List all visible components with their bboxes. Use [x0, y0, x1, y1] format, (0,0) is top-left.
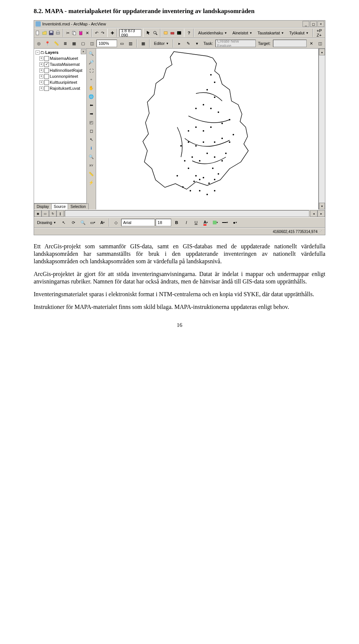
clear-selection-icon[interactable]: ◻ [87, 127, 95, 135]
layer-checkbox[interactable] [44, 68, 49, 73]
toc-item[interactable]: + Luonnonpiirteet [36, 73, 86, 79]
marker-icon[interactable]: 📍 [44, 39, 52, 48]
select-rect-icon[interactable]: ◫ [88, 39, 96, 48]
edit-pointer-icon[interactable]: ▸ [175, 39, 184, 48]
task-select[interactable]: Create New Feature [215, 40, 256, 47]
expand-icon[interactable]: + [39, 56, 43, 61]
fill-color-icon[interactable]: ▾ [211, 218, 220, 227]
layer-icon[interactable]: ≣ [61, 39, 70, 48]
resize-grip-icon[interactable]: ⋰ [317, 230, 323, 234]
goto-xy-icon[interactable]: XY [87, 161, 95, 169]
refresh-icon[interactable]: ↻ [49, 210, 56, 217]
fixed-zoom-out-icon[interactable]: ▫ [87, 75, 95, 83]
select-element-icon[interactable]: ↖ [59, 218, 68, 227]
font-select[interactable]: Arial [121, 219, 155, 226]
menu-tyokalut[interactable]: Työkalut▼ [287, 29, 311, 37]
scroll-left-icon[interactable]: ◂ [310, 210, 317, 217]
redo-icon[interactable]: ↷ [100, 28, 105, 37]
zoom-in-icon[interactable]: 🔍 [87, 49, 95, 58]
rotate-icon[interactable]: ⟳ [69, 218, 78, 227]
menu-alueidenhaku[interactable]: Alueidenhaku▼ [196, 29, 230, 37]
toc-tree[interactable]: − 🗀 Layers + MaisemaAlueet + ✓ TaustaMai… [34, 49, 86, 203]
titlebar[interactable]: Inventointi.mxd - ArcMap - ArcView _ ◻ × [34, 21, 325, 28]
tool-a-icon[interactable]: ▭ [118, 39, 126, 48]
command-line-icon[interactable]: > [176, 28, 182, 37]
measure-icon[interactable]: 📏 [87, 170, 95, 178]
paste-icon[interactable] [78, 28, 84, 37]
ruler-icon[interactable]: 📏 [52, 39, 61, 48]
bold-button[interactable]: B [172, 218, 181, 227]
pointer-tool-icon[interactable] [145, 28, 151, 37]
data-view-icon[interactable]: ◉ [34, 210, 42, 217]
scale-input[interactable]: 1:8 873 090 [119, 29, 141, 37]
identify-icon[interactable]: i [87, 144, 95, 152]
toc-item[interactable]: + ✓ TaustaMaisemat [36, 61, 86, 67]
thumbnail-icon[interactable]: ▢ [79, 39, 87, 48]
toolbox-icon[interactable] [169, 28, 175, 37]
add-data-icon[interactable]: ✚ [110, 28, 115, 37]
tab-selection[interactable]: Selection [68, 203, 88, 209]
arccatalog-icon[interactable] [163, 28, 169, 37]
drawing-menu[interactable]: Drawing▼ [35, 218, 58, 227]
help-icon[interactable]: ? [186, 28, 191, 37]
expand-icon[interactable]: + [39, 68, 43, 73]
expand-icon[interactable]: + [39, 74, 43, 79]
horizontal-scrollbar[interactable] [65, 210, 309, 217]
toc-close-button[interactable]: × [81, 49, 86, 54]
layer-checkbox[interactable]: ✓ [44, 62, 49, 67]
find-icon[interactable] [152, 28, 158, 37]
new-doc-icon[interactable] [35, 28, 41, 37]
line-color-icon[interactable]: ▾ [221, 218, 230, 227]
toc-item[interactable]: + HallinnollisetRajat [36, 67, 86, 73]
toc-root[interactable]: − 🗀 Layers [36, 49, 86, 55]
map-canvas[interactable] [96, 49, 319, 209]
tab-display[interactable]: Display [34, 203, 52, 209]
sketch-props-icon[interactable]: ◫ [316, 39, 324, 48]
pause-draw-icon[interactable]: ‖ [56, 210, 64, 217]
copy-icon[interactable] [71, 28, 77, 37]
layer-checkbox[interactable] [44, 80, 49, 85]
prev-extent-icon[interactable]: ⬅ [87, 101, 95, 109]
font-size-select[interactable]: 18 [156, 219, 171, 226]
toc-item[interactable]: + RajoituksetLuvat [36, 85, 86, 91]
edit-vertices-icon[interactable]: ◇ [111, 218, 120, 227]
expand-icon[interactable]: + [39, 80, 43, 85]
print-icon[interactable] [55, 28, 61, 37]
menu-taustakartat[interactable]: Taustakartat▼ [255, 29, 286, 37]
tool-b-icon[interactable]: ▥ [127, 39, 135, 48]
text-tool-icon[interactable]: A▾ [98, 218, 107, 227]
rectangle-tool-icon[interactable]: ▭▾ [88, 218, 97, 227]
close-button[interactable]: × [317, 21, 324, 27]
italic-button[interactable]: I [182, 218, 191, 227]
scroll-down-icon[interactable]: ▾ [319, 203, 325, 209]
zoom-draw-icon[interactable]: 🔍 [79, 218, 88, 227]
layer-checkbox[interactable] [44, 56, 49, 61]
next-extent-icon[interactable]: ➡ [87, 110, 95, 118]
select-features-icon[interactable]: ◰ [87, 118, 95, 126]
editor-menu[interactable]: Editor▼ [152, 39, 171, 47]
delete-icon[interactable]: ✕ [85, 28, 90, 37]
scroll-up-icon[interactable]: ▴ [319, 49, 325, 55]
toc-item[interactable]: + Kulttuuripiirteet [36, 79, 86, 85]
grid-icon[interactable]: ▦ [139, 39, 147, 48]
attributes-icon[interactable]: ✕ [307, 39, 316, 48]
collapse-icon[interactable]: − [36, 50, 40, 55]
fixed-zoom-in-icon[interactable]: ⛶ [87, 67, 95, 75]
sketch-icon[interactable]: ✎ [184, 39, 193, 48]
layer-checkbox[interactable] [44, 74, 49, 79]
find-tool-icon[interactable]: 🔍 [87, 153, 95, 161]
expand-icon[interactable]: + [39, 86, 43, 91]
undo-icon[interactable]: ↶ [94, 28, 99, 37]
layer-checkbox[interactable] [44, 86, 49, 91]
pan-icon[interactable]: ✋ [87, 84, 95, 92]
target-select[interactable] [273, 40, 307, 47]
layout-view-icon[interactable]: ▭ [42, 210, 49, 217]
spatial-adj-icon[interactable]: ◎ [35, 39, 43, 48]
open-icon[interactable] [42, 28, 47, 37]
underline-button[interactable]: U [191, 218, 200, 227]
save-icon[interactable] [48, 28, 54, 37]
minimize-button[interactable]: _ [303, 21, 309, 27]
menu-aineistot[interactable]: Aineistot▼ [230, 29, 254, 37]
marker-color-icon[interactable]: ●▾ [230, 218, 239, 227]
hyperlink-icon[interactable]: ⚡ [87, 178, 95, 187]
